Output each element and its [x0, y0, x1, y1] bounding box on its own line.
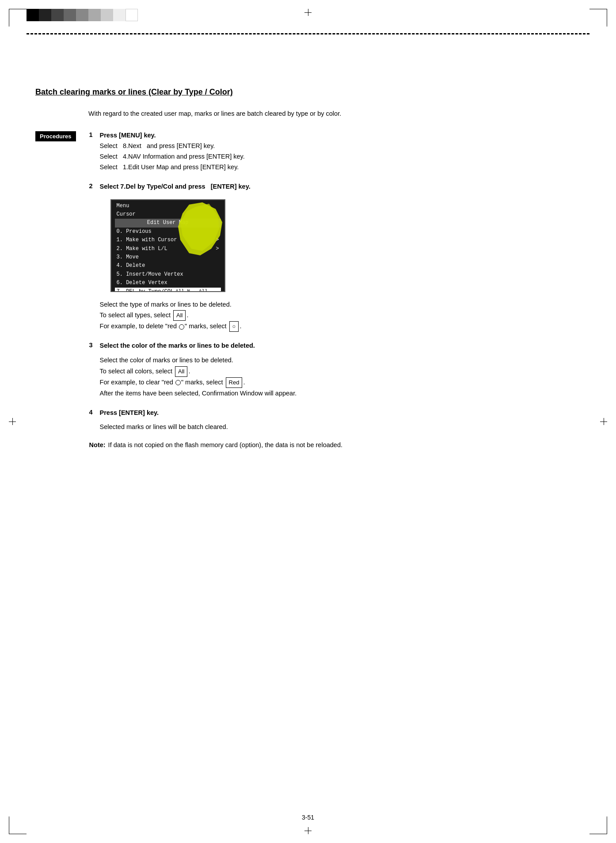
step-1: 1 Press [MENU] key. Select 8.Next and pr…: [89, 130, 342, 173]
note-section: Note: If data is not copied on the flash…: [89, 441, 342, 448]
step-4: 4 Press [ENTER] key. Selected marks or l…: [89, 408, 342, 433]
menu-item-5: 5. Insert/Move Vertex: [115, 270, 221, 279]
step-4-content: Press [ENTER] key. Selected marks or lin…: [100, 408, 342, 433]
corner-mark-tr: [589, 9, 607, 27]
procedures-section: Procedures 1 Press [MENU] key. Select 8.…: [35, 130, 581, 448]
circle-icon-2: [175, 380, 181, 385]
steps-wrapper: 1 Press [MENU] key. Select 8.Next and pr…: [89, 130, 342, 448]
step-3-body-line2: To select all colors, select All.: [100, 368, 190, 375]
step-2-body-line1: Select the type of marks or lines to be …: [100, 301, 232, 308]
main-content: Batch clearing marks or lines (Clear by …: [0, 34, 616, 484]
step-2-header: Select 7.Del by Type/Col and press [ENTE…: [100, 183, 251, 190]
menu-label: Menu: [117, 202, 129, 210]
intro-text: With regard to the created user map, mar…: [88, 110, 581, 117]
step-3-body-line1: Select the color of marks or lines to be…: [100, 357, 233, 364]
step-3-body-line3: For example, to clear "red " marks, sele…: [100, 379, 245, 386]
crosshair-right: [600, 418, 607, 425]
step-2: 2 Select 7.Del by Type/Col and press [EN…: [89, 182, 342, 332]
step-2-content: Select 7.Del by Type/Col and press [ENTE…: [100, 182, 342, 332]
step-1-header: Press [MENU] key.: [100, 132, 156, 139]
corner-mark-tl: [9, 9, 27, 27]
crosshair-left: [9, 418, 16, 425]
step-1-content: Press [MENU] key. Select 8.Next and pres…: [100, 130, 342, 173]
procedures-badge: Procedures: [35, 131, 76, 141]
step-1-line1: Select 8.Next and press [ENTER] key.: [100, 142, 215, 149]
note-text: If data is not copied on the flash memor…: [108, 441, 342, 448]
step-3-body: Select the color of marks or lines to be…: [100, 355, 342, 399]
step-2-body-line2: To select all types, select All.: [100, 311, 189, 319]
corner-mark-br: [589, 816, 607, 834]
circle-icon-1: [179, 324, 184, 330]
step-4-number: 4: [89, 408, 100, 433]
step-3-number: 3: [89, 341, 100, 399]
crosshair-bottom: [304, 827, 312, 834]
screen-image: Menu Cursor Edit User Map 0. Previous: [110, 199, 225, 292]
page-number: 3-51: [302, 814, 314, 821]
step-4-body-text: Selected marks or lines will be batch cl…: [100, 423, 228, 430]
step-3: 3 Select the color of the marks or lines…: [89, 341, 342, 399]
cursor-label: Cursor: [117, 211, 136, 218]
note-label: Note:: [89, 441, 106, 448]
menu-item-7: 7. DEL by Type/COL All N All: [115, 288, 221, 292]
menu-item-6: 6. Delete Vertex: [115, 279, 221, 287]
step-3-header: Select the color of the marks or lines t…: [100, 342, 255, 349]
corner-mark-bl: [9, 816, 27, 834]
step-4-header: Press [ENTER] key.: [100, 409, 159, 416]
step-3-content: Select the color of the marks or lines t…: [100, 341, 342, 399]
circle-box-1: ○: [229, 321, 239, 332]
step-1-line2: Select 4.NAV Information and press [ENTE…: [100, 153, 245, 160]
page-title: Batch clearing marks or lines (Clear by …: [35, 87, 581, 97]
all-box-2: All: [175, 366, 187, 377]
color-bar: [27, 9, 138, 21]
menu-item-4: 4. Delete: [115, 262, 221, 270]
step-1-line3: Select 1.Edit User Map and press [ENTER]…: [100, 163, 239, 171]
crosshair-top: [304, 9, 312, 16]
step-4-body: Selected marks or lines will be batch cl…: [100, 422, 342, 433]
red-box: Red: [226, 377, 243, 388]
step-2-number: 2: [89, 182, 100, 332]
step-1-number: 1: [89, 130, 100, 173]
map-blob-svg: [176, 200, 224, 258]
step-2-body-line3: For example, to delete "red " marks, sel…: [100, 323, 242, 330]
step-3-body-line4: After the items have been selected, Conf…: [100, 390, 297, 397]
step-2-body: Select the type of marks or lines to be …: [100, 299, 342, 332]
all-box-1: All: [173, 310, 186, 321]
